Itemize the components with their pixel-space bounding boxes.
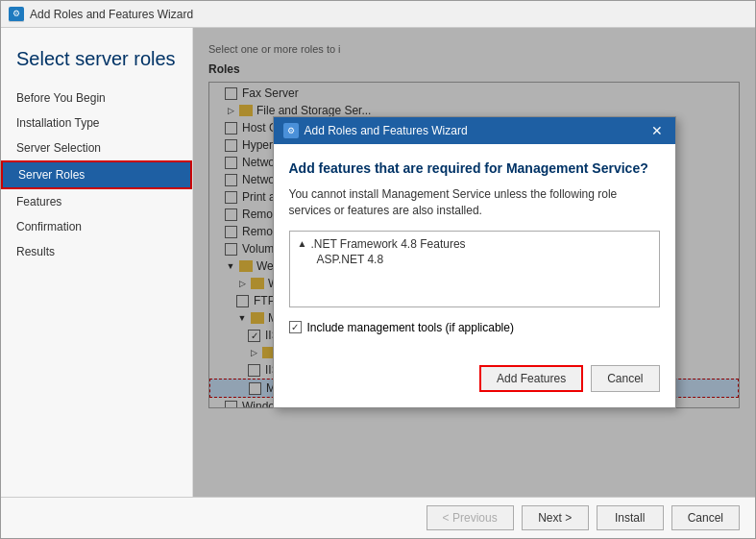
sidebar-heading: Select server roles xyxy=(1,47,192,86)
main-title-text: Add Roles and Features Wizard xyxy=(30,8,193,21)
modal-overlay: ⚙ Add Roles and Features Wizard ✕ Add fe… xyxy=(193,28,755,497)
cancel-button[interactable]: Cancel xyxy=(671,505,740,530)
feature-tree: ▲ .NET Framework 4.8 Features ASP.NET 4.… xyxy=(289,231,660,307)
modal-body: Add features that are required for Manag… xyxy=(274,144,675,365)
include-tools-checkbox[interactable] xyxy=(289,321,302,333)
feature-tree-child: ASP.NET 4.8 xyxy=(298,253,651,266)
modal-titlebar: ⚙ Add Roles and Features Wizard ✕ xyxy=(274,117,675,144)
modal-dialog: ⚙ Add Roles and Features Wizard ✕ Add fe… xyxy=(273,116,676,408)
sidebar-item-installation-type[interactable]: Installation Type xyxy=(1,110,192,135)
sidebar: Select server roles Before You Begin Ins… xyxy=(1,28,193,497)
modal-close-button[interactable]: ✕ xyxy=(648,123,666,138)
include-tools-row: Include management tools (if applicable) xyxy=(289,321,660,334)
sidebar-item-results[interactable]: Results xyxy=(1,239,192,264)
main-panel: Select one or more roles to i Roles Fax … xyxy=(193,28,755,497)
modal-title-text: Add Roles and Features Wizard xyxy=(305,124,468,137)
wizard-footer: < Previous Next > Install Cancel xyxy=(1,497,755,538)
main-title-icon: ⚙ xyxy=(9,7,24,22)
sidebar-item-confirmation[interactable]: Confirmation xyxy=(1,214,192,239)
next-button[interactable]: Next > xyxy=(522,505,589,530)
sidebar-item-features[interactable]: Features xyxy=(1,189,192,214)
modal-description: You cannot install Management Service un… xyxy=(289,186,660,219)
install-button[interactable]: Install xyxy=(597,505,664,530)
sidebar-item-before-you-begin[interactable]: Before You Begin xyxy=(1,86,192,110)
main-content: Select server roles Before You Begin Ins… xyxy=(1,28,755,497)
add-features-button[interactable]: Add Features xyxy=(479,365,583,392)
modal-cancel-button[interactable]: Cancel xyxy=(591,365,659,392)
modal-title-icon: ⚙ xyxy=(283,123,299,138)
main-titlebar: ⚙ Add Roles and Features Wizard xyxy=(1,1,755,28)
expand-arrow: ▲ xyxy=(298,238,307,249)
previous-button[interactable]: < Previous xyxy=(427,505,514,530)
modal-heading: Add features that are required for Manag… xyxy=(289,159,660,177)
sidebar-item-server-roles[interactable]: Server Roles xyxy=(1,160,192,189)
include-tools-label: Include management tools (if applicable) xyxy=(307,321,514,334)
feature-tree-root: ▲ .NET Framework 4.8 Features xyxy=(298,237,651,251)
sidebar-item-server-selection[interactable]: Server Selection xyxy=(1,135,192,160)
modal-footer: Add Features Cancel xyxy=(274,365,675,407)
main-window: ⚙ Add Roles and Features Wizard Select s… xyxy=(0,0,756,539)
